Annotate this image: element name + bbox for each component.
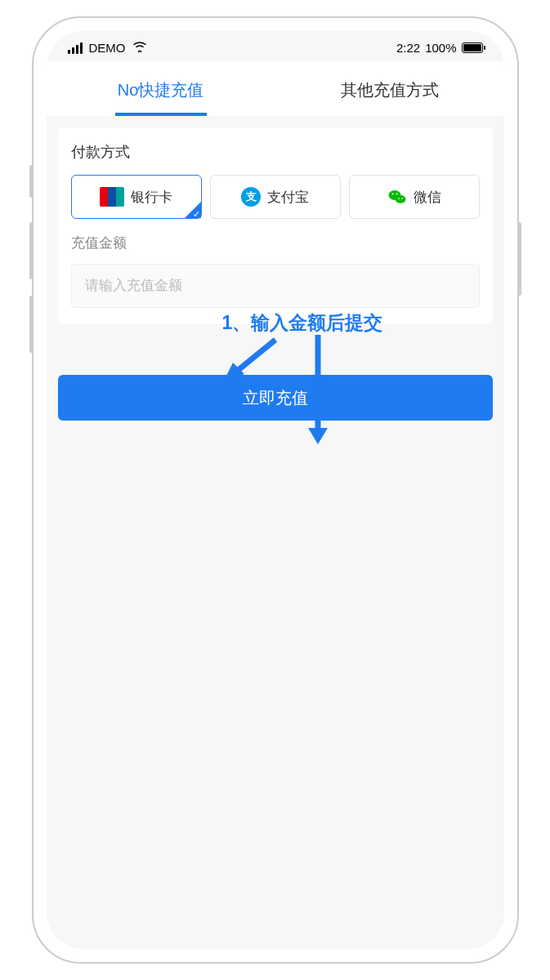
tab-label: No快捷充值	[118, 81, 204, 99]
submit-label: 立即充值	[243, 389, 308, 407]
pay-method-label: 微信	[414, 188, 441, 207]
carrier-label: DEMO	[89, 41, 126, 55]
content-area: 付款方式 银行卡 支 支付宝	[47, 116, 504, 336]
signal-icon	[68, 42, 83, 54]
recharge-tabs: No快捷充值 其他充值方式	[47, 61, 504, 116]
battery-icon	[462, 42, 483, 53]
amount-input[interactable]	[71, 264, 480, 308]
recharge-submit-button[interactable]: 立即充值	[58, 375, 493, 421]
svg-point-4	[398, 198, 400, 199]
pay-method-alipay[interactable]: 支 支付宝	[210, 175, 341, 219]
status-bar: DEMO 2:22 100%	[47, 31, 504, 61]
svg-point-2	[391, 194, 393, 195]
battery-pct: 100%	[425, 41, 456, 55]
recharge-card: 付款方式 银行卡 支 支付宝	[58, 127, 493, 324]
clock: 2:22	[396, 41, 420, 55]
alipay-icon: 支	[241, 187, 261, 207]
phone-side-button	[29, 222, 34, 279]
pay-method-bankcard[interactable]: 银行卡	[71, 175, 202, 219]
svg-line-6	[231, 340, 275, 376]
wechat-icon	[387, 187, 407, 207]
svg-point-1	[395, 195, 405, 203]
phone-frame: DEMO 2:22 100% No快捷充值 其他充值方式 付款方式	[32, 16, 519, 964]
pay-method-label: 银行卡	[131, 188, 172, 207]
wifi-icon	[132, 41, 147, 55]
unionpay-icon	[100, 187, 124, 207]
pay-method-wechat[interactable]: 微信	[349, 175, 480, 219]
svg-point-3	[396, 194, 397, 195]
tab-label: 其他充值方式	[341, 81, 439, 99]
svg-point-5	[401, 198, 403, 199]
amount-label: 充值金额	[71, 234, 480, 252]
svg-marker-9	[308, 428, 328, 444]
pay-method-label: 支付宝	[267, 188, 309, 207]
payment-methods: 银行卡 支 支付宝	[71, 175, 480, 219]
tab-other-recharge[interactable]: 其他充值方式	[275, 61, 504, 116]
phone-side-button	[29, 165, 34, 198]
phone-side-button	[517, 222, 521, 296]
phone-side-button	[29, 296, 34, 353]
screen: DEMO 2:22 100% No快捷充值 其他充值方式 付款方式	[47, 31, 504, 949]
payment-method-label: 付款方式	[71, 142, 480, 162]
tab-quick-recharge[interactable]: No快捷充值	[47, 61, 275, 116]
